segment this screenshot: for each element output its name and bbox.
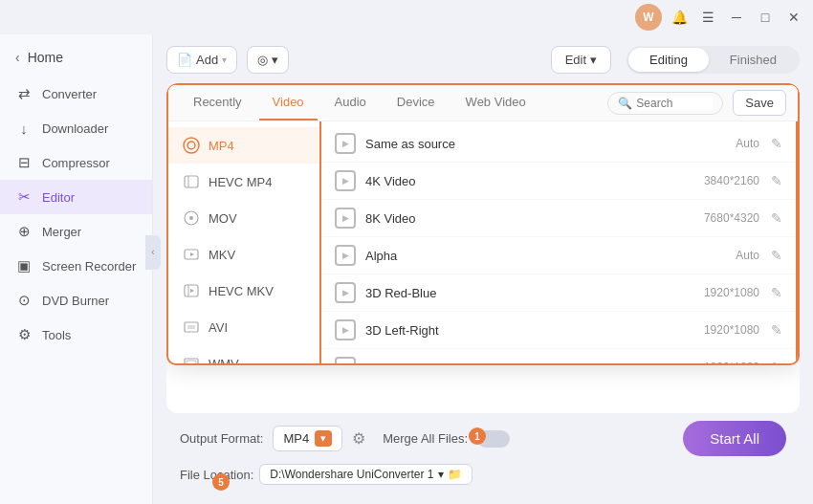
merger-icon: ⊕ [15, 223, 33, 240]
output-format-label: Output Format: [180, 431, 263, 446]
format-item-mov[interactable]: MOV [168, 200, 319, 236]
sidebar-label-dvd-burner: DVD Burner [42, 294, 109, 308]
sidebar-label-editor: Editor [42, 190, 75, 205]
output-format-select[interactable]: MP4 ▾ [273, 426, 342, 451]
start-all-button[interactable]: Start All [683, 421, 786, 456]
format-tab-video[interactable]: Video [259, 85, 318, 121]
edit-icon-4k[interactable]: ✎ [771, 173, 782, 188]
maximize-button[interactable]: □ [754, 6, 777, 29]
play-icon-3d-left-right: ▶ [335, 319, 356, 340]
sidebar-label-merger: Merger [42, 225, 81, 239]
format-label-hevc-mkv: HEVC MKV [209, 284, 274, 298]
minimize-button[interactable]: ─ [725, 6, 748, 29]
edit-icon-3d-red-blue[interactable]: ✎ [771, 285, 782, 300]
downloader-icon: ↓ [15, 120, 33, 137]
tab-editing[interactable]: Editing [628, 48, 709, 72]
sidebar-item-compressor[interactable]: ⊟ Compressor [0, 145, 152, 180]
file-location-folder-icon[interactable]: 📁 [448, 468, 462, 481]
add-label: Add [196, 53, 218, 67]
sidebar-collapse-handle[interactable]: ‹ [145, 235, 161, 270]
sidebar-item-converter[interactable]: ⇄ Converter [0, 77, 152, 111]
format-right-3d-left-right[interactable]: ▶ 3D Left-Right 1920*1080 ✎ [321, 312, 796, 349]
add-button[interactable]: 📄 Add ▾ [166, 46, 237, 74]
format-item-avi[interactable]: AVI [168, 309, 319, 345]
enhance-icon: ◎ [257, 53, 268, 67]
edit-dropdown-arrow: ▾ [590, 53, 597, 67]
output-format-arrow[interactable]: ▾ [315, 430, 332, 447]
edit-icon-hd-1080p[interactable]: ✎ [771, 360, 782, 363]
file-location-path: D:\Wondershare UniConverter 1 [270, 468, 433, 481]
notification-bell[interactable]: 🔔 [668, 6, 691, 29]
svg-point-5 [189, 216, 193, 220]
sidebar-item-screen-recorder[interactable]: ▣ Screen Recorder [0, 249, 152, 283]
file-location-row: File Location: D:\Wondershare UniConvert… [166, 464, 800, 493]
edit-icon-alpha[interactable]: ✎ [771, 248, 782, 263]
format-res-3d-red-blue: 1920*1080 [704, 286, 759, 299]
content-area: 📄 Add ▾ ◎ ▾ Edit ▾ Editing Finished [153, 34, 813, 504]
play-icon-hd-1080p: ▶ [335, 357, 356, 363]
format-name-alpha: Alpha [365, 249, 736, 263]
tools-icon: ⚙ [15, 326, 33, 343]
avi-icon [182, 318, 201, 337]
sidebar-item-downloader[interactable]: ↓ Downloader [0, 111, 152, 145]
format-res-hd-1080p: 1920*1080 [704, 361, 759, 363]
format-right-hd-1080p[interactable]: ▶ HD 1080P 1920*1080 ✎ [321, 349, 796, 363]
user-avatar: W [635, 4, 662, 31]
format-body: MP4 HEVC MP4 MOV [168, 121, 798, 363]
edit-dropdown[interactable]: Edit ▾ [551, 46, 611, 74]
video-area: Recently Video Audio Device Web Video 🔍 … [166, 83, 800, 413]
enhance-button[interactable]: ◎ ▾ [247, 46, 289, 74]
sidebar-label-compressor: Compressor [42, 156, 110, 170]
format-right-8k[interactable]: ▶ 8K Video 7680*4320 ✎ [321, 200, 796, 237]
tab-finished[interactable]: Finished [709, 48, 798, 72]
format-item-wmv[interactable]: WMV [168, 345, 319, 363]
format-res-8k: 7680*4320 [704, 211, 759, 225]
format-item-hevc-mkv[interactable]: HEVC MKV [168, 273, 319, 309]
save-button[interactable]: Save [733, 90, 786, 116]
merge-label: Merge All Files: [383, 431, 468, 446]
format-item-hevc-mp4[interactable]: HEVC MP4 [168, 164, 319, 200]
svg-rect-2 [185, 176, 198, 187]
edit-icon-same-source[interactable]: ✎ [771, 136, 782, 151]
play-icon-4k: ▶ [335, 170, 356, 191]
format-right-3d-red-blue[interactable]: ▶ 3D Red-Blue 1920*1080 ✎ [321, 274, 796, 312]
badge-1: 1 [469, 427, 486, 445]
format-label-wmv: WMV [209, 357, 239, 364]
sidebar-item-tools[interactable]: ⚙ Tools [0, 318, 152, 352]
sidebar-item-merger[interactable]: ⊕ Merger [0, 214, 152, 249]
sidebar-item-editor[interactable]: ✂ Editor [0, 180, 152, 214]
titlebar: W 🔔 ☰ ─ □ ✕ [0, 0, 813, 34]
format-tab-web-video[interactable]: Web Video [452, 85, 539, 121]
format-item-mkv[interactable]: MKV [168, 236, 319, 273]
format-name-same-source: Same as source [365, 137, 736, 151]
edit-icon-8k[interactable]: ✎ [771, 210, 782, 226]
format-tab-device[interactable]: Device [384, 85, 449, 121]
search-input[interactable] [636, 97, 713, 110]
hevc-mp4-icon [182, 172, 201, 191]
format-label-hevc-mp4: HEVC MP4 [209, 175, 272, 189]
format-left-panel: MP4 HEVC MP4 MOV [168, 121, 321, 363]
format-name-hd-1080p: HD 1080P [365, 361, 704, 364]
format-search-box[interactable]: 🔍 [607, 92, 723, 115]
sidebar: ‹ Home ⇄ Converter ↓ Downloader ⊟ Compre… [0, 34, 153, 504]
format-item-mp4[interactable]: MP4 [168, 127, 319, 164]
format-right-4k[interactable]: ▶ 4K Video 3840*2160 ✎ [321, 163, 796, 200]
format-tab-audio[interactable]: Audio [321, 85, 380, 121]
sidebar-item-dvd-burner[interactable]: ⊙ DVD Burner [0, 283, 152, 318]
edit-label: Edit [565, 53, 586, 67]
file-location-value[interactable]: D:\Wondershare UniConverter 1 ▾ 📁 [259, 464, 472, 485]
play-icon-3d-red-blue: ▶ [335, 282, 356, 303]
edit-icon-3d-left-right[interactable]: ✎ [771, 322, 782, 338]
svg-rect-12 [187, 361, 196, 363]
close-button[interactable]: ✕ [782, 6, 805, 29]
play-icon-alpha: ▶ [335, 245, 356, 266]
format-tab-recently[interactable]: Recently [180, 85, 255, 121]
menu-button[interactable]: ☰ [696, 6, 719, 29]
settings-icon[interactable]: ⚙ [352, 429, 365, 448]
format-right-alpha[interactable]: ▶ Alpha Auto ✎ [321, 237, 796, 274]
hevc-mkv-icon [182, 281, 201, 300]
sidebar-back[interactable]: ‹ Home [0, 42, 152, 73]
format-right-same-source[interactable]: ▶ Same as source Auto ✎ [321, 125, 796, 163]
play-icon-8k: ▶ [335, 208, 356, 229]
svg-point-1 [187, 142, 195, 149]
